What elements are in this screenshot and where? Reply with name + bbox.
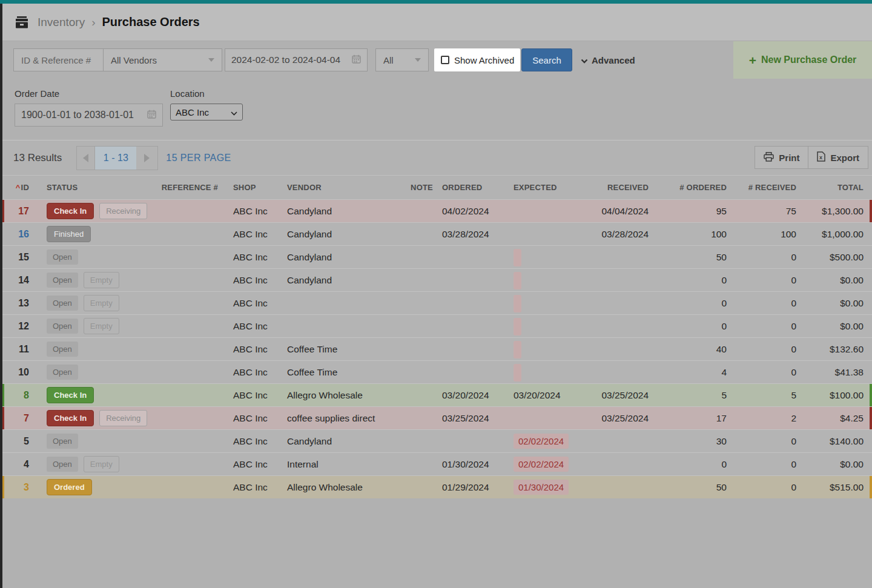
vendor-cell: Candyland [280,200,397,222]
breadcrumb-separator: › [91,16,95,29]
received-date-cell [575,292,653,314]
shop-cell: ABC Inc [221,292,280,314]
next-page-button[interactable] [136,146,158,170]
table-row[interactable]: 11OpenABC IncCoffee Time400$132.60 [0,337,872,360]
note-cell [397,246,433,268]
show-archived-control[interactable]: Show Archived [434,48,520,71]
note-cell [397,292,433,314]
location-label: Location [170,88,243,99]
chevron-down-icon [208,58,214,62]
column-header-note[interactable]: NOTE [397,176,433,199]
order-date-input[interactable]: 1900-01-01 to 2038-01-01 [15,104,163,127]
po-id-link[interactable]: 15 [0,246,42,268]
qty-received-cell: 100 [731,223,801,245]
expected-date-cell [501,338,575,360]
table-row[interactable]: 16FinishedABC IncCandyland03/28/202403/2… [0,222,872,245]
table-row[interactable]: 15OpenABC IncCandyland500$500.00 [0,245,872,268]
location-filter: Location ABC Inc [170,88,243,140]
status-filter-select[interactable]: All [375,48,429,71]
table-row[interactable]: 13OpenEmptyABC Inc00$0.00 [0,291,872,314]
reference-cell [145,315,221,337]
po-id-link[interactable]: 13 [0,292,42,314]
status-badge-checkin-green[interactable]: Check In [47,387,94,403]
po-id-link[interactable]: 3 [0,476,42,498]
po-id-link[interactable]: 5 [0,430,42,452]
ordered-date-cell [433,246,501,268]
column-header-id[interactable]: ^ID [0,176,42,199]
search-button[interactable]: Search [521,48,572,71]
date-range-input[interactable]: 2024-02-02 to 2024-04-04 [225,48,368,71]
note-cell [397,200,433,222]
column-header-vendor[interactable]: VENDOR [280,176,397,199]
column-header-ordered[interactable]: ORDERED [433,176,501,199]
reference-cell [145,384,221,406]
vendor-cell: Candyland [280,223,397,245]
status-badge-checkin-red[interactable]: Check In [47,410,94,426]
received-date-cell: 03/28/2024 [575,223,653,245]
reference-cell [145,223,221,245]
calendar-icon [352,55,361,66]
po-id-link[interactable]: 11 [0,338,42,360]
ordered-date-cell [433,315,501,337]
export-button[interactable]: x Export [808,146,868,169]
status-badge-checkin-red[interactable]: Check In [47,203,94,219]
plus-icon: + [749,54,756,67]
shop-cell: ABC Inc [221,315,280,337]
vendor-select[interactable]: All Vendors [103,48,222,71]
qty-received-cell: 0 [731,246,801,268]
table-row[interactable]: 17Check InReceivingABC IncCandyland04/02… [0,199,872,222]
table-row[interactable]: 10OpenABC IncCoffee Time40$41.38 [0,360,872,383]
received-date-cell [575,361,653,383]
column-header-qty-ordered[interactable]: # ORDERED [653,176,731,199]
qty-ordered-cell: 100 [653,223,731,245]
shop-cell: ABC Inc [221,200,280,222]
table-row[interactable]: 3OrderedABC IncAllegro Wholesale01/29/20… [0,475,872,498]
po-id-link[interactable]: 8 [0,384,42,406]
column-header-status[interactable]: STATUS [42,176,145,199]
order-date-label: Order Date [15,88,163,99]
new-purchase-order-button[interactable]: + New Purchase Order [733,41,872,79]
po-id-link[interactable]: 14 [0,269,42,291]
shop-cell: ABC Inc [221,361,280,383]
po-id-link[interactable]: 4 [0,453,42,475]
po-id-link[interactable]: 16 [0,223,42,245]
column-header-qty-received[interactable]: # RECEIVED [731,176,801,199]
column-header-shop[interactable]: SHOP [221,176,280,199]
column-header-total[interactable]: TOTAL [801,176,872,199]
table-row[interactable]: 14OpenEmptyABC IncCandyland00$0.00 [0,268,872,291]
po-id-link[interactable]: 7 [0,407,42,429]
table-row[interactable]: 7Check InReceivingABC Inccoffee supplies… [0,406,872,429]
location-select[interactable]: ABC Inc [170,104,243,121]
table-row[interactable]: 4OpenEmptyABC IncInternal01/30/202402/02… [0,452,872,475]
column-header-expected[interactable]: EXPECTED [501,176,575,199]
table-row[interactable]: 12OpenEmptyABC Inc00$0.00 [0,314,872,337]
total-cell: $41.38 [801,361,872,383]
total-cell: $500.00 [801,246,872,268]
status-badge-open: Open [47,296,78,311]
column-header-received[interactable]: RECEIVED [575,176,653,199]
po-id-link[interactable]: 10 [0,361,42,383]
expected-late-pill: 02/02/2024 [514,457,569,472]
id-reference-input[interactable] [13,48,104,71]
po-id-link[interactable]: 12 [0,315,42,337]
per-page-link[interactable]: 15 PER PAGE [166,153,231,164]
show-archived-checkbox[interactable] [441,56,449,64]
previous-page-button[interactable] [76,146,95,170]
print-export-group: Print x Export [755,146,868,169]
table-row[interactable]: 5OpenABC IncCandyland02/02/2024300$140.0… [0,429,872,452]
qty-ordered-cell: 95 [653,200,731,222]
po-id-link[interactable]: 17 [0,200,42,222]
reference-cell [145,200,221,222]
column-header-reference[interactable]: REFERENCE # [145,176,221,199]
status-cell: Ordered [42,476,145,498]
table-header: ^ID STATUS REFERENCE # SHOP VENDOR NOTE … [0,176,872,199]
printer-icon [764,152,774,164]
table-row[interactable]: 8Check InABC IncAllegro Wholesale03/20/2… [0,383,872,406]
advanced-filters-panel: Order Date 1900-01-01 to 2038-01-01 Loca… [0,79,872,140]
breadcrumb-section[interactable]: Inventory [38,16,85,29]
print-button[interactable]: Print [755,146,808,169]
advanced-toggle[interactable]: Advanced [581,55,635,65]
date-range-value: 2024-02-02 to 2024-04-04 [231,55,340,65]
expected-date-cell [501,223,575,245]
status-badge-finished: Finished [47,226,91,242]
